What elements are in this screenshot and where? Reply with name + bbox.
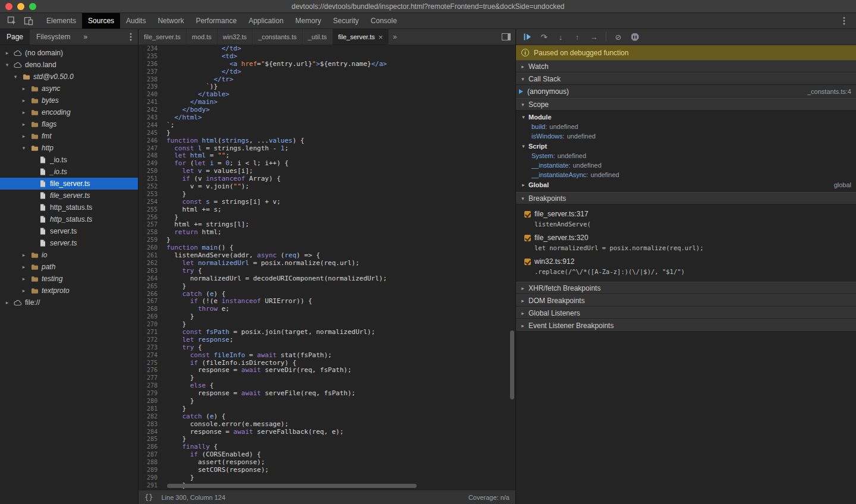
pause-on-exceptions-icon[interactable] [627, 30, 643, 43]
line-number[interactable]: 236 [139, 61, 158, 68]
line-number[interactable]: 253 [139, 191, 158, 199]
chevron-right-icon[interactable]: ▸ [20, 109, 27, 115]
line-number[interactable]: 247 [139, 145, 158, 153]
breakpoint-item[interactable]: win32.ts:912.replace(/^\/*([A-Za-z]:)(\/… [516, 254, 856, 278]
chevron-down-icon[interactable]: ▾ [4, 62, 11, 68]
line-number[interactable]: 265 [139, 283, 158, 291]
editor-tab-win32-ts[interactable]: win32.ts [218, 29, 253, 45]
tree-item-fmt[interactable]: ▸fmt [0, 130, 138, 142]
tree-file-io-ts[interactable]: _io.ts [0, 166, 138, 178]
editor-tab-file-server-ts[interactable]: file_server.ts [139, 29, 187, 45]
tree-file-server-ts[interactable]: server.ts [0, 225, 138, 237]
breakpoint-snippet[interactable]: .replace(/^\/*([A-Za-z]:)(\/|$)/, "$1/") [516, 267, 856, 277]
line-number[interactable]: 246 [139, 137, 158, 145]
line-number[interactable]: 251 [139, 175, 158, 183]
vertical-scrollbar-thumb[interactable] [510, 330, 514, 399]
line-number[interactable]: 277 [139, 374, 158, 382]
line-number[interactable]: 239 [139, 83, 158, 91]
breakpoint-snippet[interactable]: let normalizedUrl = posix.normalize(req.… [516, 243, 856, 253]
chevron-right-icon[interactable]: ▸ [4, 50, 11, 56]
section-event-listener-breakpoints[interactable]: ▸Event Listener Breakpoints [516, 319, 856, 332]
line-number[interactable]: 273 [139, 344, 158, 352]
section-call-stack[interactable]: ▾ Call Stack [516, 73, 856, 85]
line-number[interactable]: 248 [139, 152, 158, 160]
step-into-icon[interactable]: ↓ [553, 30, 568, 43]
scope-group-global[interactable]: ▸Globalglobal [516, 179, 856, 190]
line-number[interactable]: 284 [139, 429, 158, 436]
section-watch[interactable]: ▸ Watch [516, 60, 856, 73]
line-number[interactable]: 243 [139, 114, 158, 122]
tree-item-http[interactable]: ▾http [0, 142, 138, 154]
chevron-down-icon[interactable]: ▾ [12, 74, 19, 80]
breakpoint-location[interactable]: win32.ts:912 [534, 257, 574, 266]
tab-console[interactable]: Console [365, 13, 403, 29]
zoom-window-button[interactable] [29, 3, 36, 10]
line-number[interactable]: 267 [139, 298, 158, 305]
tab-audits[interactable]: Audits [120, 13, 152, 29]
line-number[interactable]: 288 [139, 459, 158, 467]
editor-tab-util-ts[interactable]: _util.ts [303, 29, 333, 45]
tab-elements[interactable]: Elements [40, 13, 82, 29]
line-number[interactable]: 252 [139, 183, 158, 191]
line-number[interactable]: 263 [139, 267, 158, 275]
line-number[interactable]: 261 [139, 252, 158, 260]
line-number[interactable]: 235 [139, 53, 158, 61]
line-number[interactable]: 256 [139, 214, 158, 222]
scope-group-script[interactable]: ▾Script [516, 141, 856, 151]
line-number[interactable]: 281 [139, 405, 158, 413]
tree-item-deno-land[interactable]: ▾deno.land [0, 59, 138, 71]
line-number[interactable]: 291 [139, 482, 158, 490]
line-number[interactable]: 257 [139, 221, 158, 229]
sidebar-tab-page[interactable]: Page [0, 29, 30, 45]
line-number[interactable]: 282 [139, 413, 158, 421]
line-number[interactable]: 271 [139, 329, 158, 336]
scope-group-module[interactable]: ▾Module [516, 112, 856, 122]
tree-item-async[interactable]: ▸async [0, 83, 138, 94]
line-number[interactable]: 242 [139, 106, 158, 114]
sidebar-tab-filesystem[interactable]: Filesystem [30, 29, 77, 45]
line-number[interactable]: 258 [139, 229, 158, 237]
breakpoint-checkbox[interactable] [524, 235, 531, 241]
tree-file-server-ts[interactable]: server.ts [0, 237, 138, 249]
code-editor[interactable]: 234 </td>235 <td>236 <a href="${entry.ur… [139, 45, 515, 490]
editor-tab-file-server-ts[interactable]: file_server.ts× [333, 29, 389, 45]
minimize-window-button[interactable] [17, 3, 24, 10]
chevron-right-icon[interactable]: ▸ [20, 86, 27, 92]
chevron-right-icon[interactable]: ▸ [20, 276, 27, 282]
section-breakpoints[interactable]: ▾ Breakpoints [516, 192, 856, 204]
kebab-menu-icon[interactable] [837, 14, 851, 27]
line-number[interactable]: 269 [139, 313, 158, 321]
tab-memory[interactable]: Memory [289, 13, 327, 29]
line-number[interactable]: 254 [139, 199, 158, 206]
tab-sources[interactable]: Sources [82, 13, 120, 29]
device-toolbar-icon[interactable] [21, 14, 36, 27]
tab-network[interactable]: Network [152, 13, 190, 29]
step-over-icon[interactable]: ↷ [536, 30, 552, 43]
line-number[interactable]: 259 [139, 237, 158, 244]
line-number[interactable]: 280 [139, 398, 158, 405]
line-number[interactable]: 241 [139, 99, 158, 106]
breakpoint-checkbox[interactable] [524, 259, 531, 265]
chevron-right-icon[interactable]: ▸ [20, 121, 27, 127]
horizontal-scrollbar-thumb[interactable] [167, 484, 417, 488]
pretty-print-icon[interactable]: {} [144, 493, 153, 502]
line-number[interactable]: 249 [139, 160, 158, 168]
tree-file-file-server-ts[interactable]: file_server.ts [0, 190, 138, 201]
sidebar-kebab-menu-icon[interactable] [124, 30, 138, 43]
line-number[interactable]: 283 [139, 421, 158, 429]
panel-toggle-icon[interactable] [497, 29, 515, 45]
tree-item-std-v0-50-0[interactable]: ▾std@v0.50.0 [0, 71, 138, 83]
line-number[interactable]: 262 [139, 260, 158, 267]
inspect-element-icon[interactable] [5, 14, 19, 27]
tab-performance[interactable]: Performance [190, 13, 243, 29]
breakpoint-location[interactable]: file_server.ts:317 [534, 210, 588, 218]
tree-file-http-status-ts[interactable]: http_status.ts [0, 213, 138, 225]
line-number[interactable]: 287 [139, 451, 158, 459]
line-number[interactable]: 279 [139, 390, 158, 398]
line-number[interactable]: 240 [139, 91, 158, 99]
tree-item-path[interactable]: ▸path [0, 261, 138, 273]
line-number[interactable]: 250 [139, 168, 158, 175]
close-window-button[interactable] [5, 3, 12, 10]
breakpoint-location[interactable]: file_server.ts:320 [534, 234, 588, 242]
line-number[interactable]: 286 [139, 443, 158, 451]
